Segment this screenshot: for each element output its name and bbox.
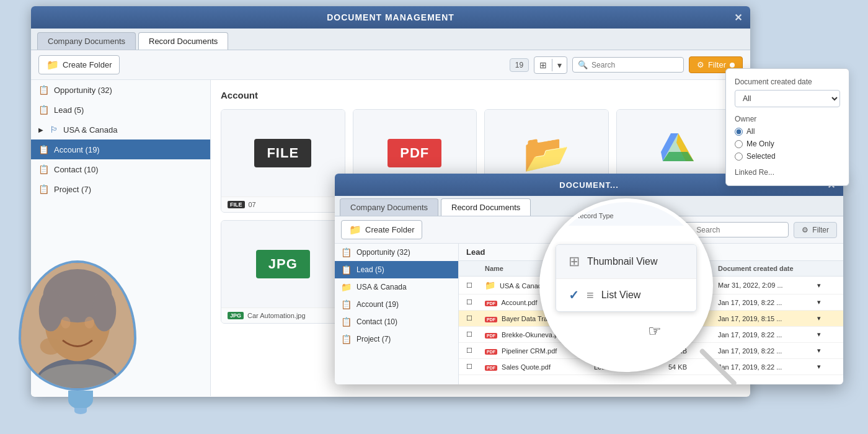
- file-card-preview-jpg: JPG: [221, 221, 345, 308]
- svg-point-12: [40, 338, 61, 355]
- filter-date-select[interactable]: All Today Last 7 Days Last 30 Days: [735, 90, 840, 107]
- row-folder-icon: 📁: [485, 280, 495, 290]
- main-titlebar: DOCUMENT MANAGEMENT ✕: [31, 6, 750, 29]
- second-tab-record[interactable]: Record Documents: [441, 198, 531, 216]
- lead-icon: 📋: [38, 105, 49, 115]
- s2-project-label: Project (7): [356, 335, 391, 343]
- file-card-file[interactable]: FILE FILE 07: [221, 109, 345, 213]
- view-dropdown: ⊞ Thumbnail View ✓ ≡ List View: [556, 244, 697, 312]
- s2-account-label: Account (19): [356, 300, 399, 309]
- sidebar-item-project[interactable]: 📋 Project (7): [31, 179, 210, 199]
- sidebar-item-lead[interactable]: 📋 Lead (5): [31, 100, 210, 120]
- s2-opportunity-icon: 📋: [341, 247, 352, 257]
- magnifier-circle: Linked Record Type ⊞ Thumbnail View ✓ ≡ …: [539, 198, 713, 372]
- tab-company-documents[interactable]: Company Documents: [37, 32, 136, 50]
- row-checkbox[interactable]: ☐: [466, 281, 485, 290]
- second-filter-icon: ⚙: [802, 226, 808, 234]
- filter-radio-me[interactable]: Me Only: [735, 140, 840, 148]
- thumbnail-grid-icon: ⊞: [569, 254, 580, 270]
- row-pdf-icon: PDF: [485, 301, 497, 306]
- file-name-jpg: Car Automation.jpg: [247, 312, 306, 319]
- filter-linked-label: Linked Re...: [735, 168, 840, 177]
- second-sidebar-lead[interactable]: 📋 Lead (5): [335, 261, 458, 278]
- second-sidebar-opportunity[interactable]: 📋 Opportunity (32): [335, 244, 458, 261]
- file-type-badge-jpg: JPG: [256, 250, 310, 278]
- folder-create-icon: 📁: [46, 59, 59, 71]
- magnifier-linked-label: Linked Record Type: [553, 212, 614, 219]
- file-card-jpg[interactable]: JPG JPG Car Automation.jpg: [221, 220, 345, 324]
- s2-usa-label: USA & Canada: [356, 283, 407, 291]
- view-dropdown-button[interactable]: ▾: [552, 57, 567, 73]
- list-view-label: List View: [601, 290, 641, 301]
- s2-lead-label: Lead (5): [356, 265, 384, 274]
- svg-point-10: [61, 317, 70, 329]
- s2-account-icon: 📋: [341, 299, 352, 309]
- file-card-footer-jpg: JPG Car Automation.jpg: [221, 308, 345, 323]
- person-pin: [19, 260, 136, 391]
- sidebar-item-usa-canada[interactable]: ▶ 🏳 USA & Canada: [31, 120, 210, 140]
- row-checkbox[interactable]: ☐: [466, 330, 485, 339]
- second-sidebar-usa[interactable]: 📁 USA & Canada: [335, 278, 458, 296]
- sidebar-item-opportunity-label: Opportunity (32): [54, 86, 112, 95]
- svg-point-11: [84, 317, 94, 329]
- main-tabs: Company Documents Record Documents: [31, 29, 750, 50]
- filter-label: Filter: [708, 60, 726, 69]
- filter-radio-selected[interactable]: Selected: [735, 152, 840, 161]
- s2-project-icon: 📋: [341, 334, 352, 344]
- svg-point-8: [39, 290, 63, 332]
- sidebar-item-contact[interactable]: 📋 Contact (10): [31, 159, 210, 179]
- row-actions[interactable]: ▾: [817, 363, 836, 371]
- second-sidebar-account[interactable]: 📋 Account (19): [335, 296, 458, 313]
- create-folder-button[interactable]: 📁 Create Folder: [38, 55, 120, 74]
- row-pdf-icon: PDF: [485, 317, 497, 322]
- sidebar-item-project-label: Project (7): [54, 185, 91, 194]
- row-actions[interactable]: ▾: [817, 330, 836, 339]
- main-close-button[interactable]: ✕: [734, 12, 743, 24]
- second-create-folder-button[interactable]: 📁 Create Folder: [341, 220, 422, 239]
- thumbnail-view-option[interactable]: ⊞ Thumbnail View: [556, 245, 696, 279]
- sidebar-item-opportunity[interactable]: 📋 Opportunity (32): [31, 80, 210, 100]
- sidebar-item-account[interactable]: 📋 Account (19): [31, 140, 210, 159]
- main-search-bar[interactable]: 🔍: [572, 57, 684, 73]
- sidebar-item-account-label: Account (19): [54, 145, 100, 154]
- row-checkbox[interactable]: ☐: [466, 298, 485, 306]
- folder-big-icon: 📂: [523, 131, 570, 175]
- filter-radio-all[interactable]: All: [735, 127, 840, 136]
- file-card-footer-file: FILE 07: [221, 197, 345, 212]
- list-col-checkbox: [466, 265, 485, 272]
- file-card-preview-file: FILE: [221, 110, 345, 197]
- row-pdf-icon: PDF: [485, 349, 497, 355]
- row-actions[interactable]: ▾: [817, 314, 836, 322]
- row-actions[interactable]: ▾: [817, 347, 836, 355]
- footer-type-jpg: JPG: [228, 312, 244, 319]
- filter-owner-radio-group: All Me Only Selected: [735, 127, 840, 161]
- list-view-option[interactable]: ✓ ≡ List View: [556, 279, 696, 311]
- row-actions[interactable]: ▾: [817, 298, 836, 306]
- list-header-label: Lead: [466, 247, 485, 257]
- file-count-badge: 19: [510, 58, 529, 72]
- svg-point-9: [92, 290, 116, 332]
- row-checkbox[interactable]: ☐: [466, 347, 485, 355]
- filter-dropdown-panel: Document created date All Today Last 7 D…: [725, 68, 849, 186]
- magnifier-content: Linked Record Type ⊞ Thumbnail View ✓ ≡ …: [543, 202, 709, 368]
- second-create-folder-label: Create Folder: [365, 225, 414, 234]
- second-sidebar-project[interactable]: 📋 Project (7): [335, 330, 458, 348]
- tab-record-documents[interactable]: Record Documents: [138, 32, 228, 50]
- file-type-badge-pdf: PDF: [388, 139, 441, 167]
- s2-contact-icon: 📋: [341, 317, 352, 327]
- s2-contact-label: Contact (10): [356, 317, 397, 326]
- usa-flag-icon: 🏳: [50, 125, 58, 135]
- second-tab-company[interactable]: Company Documents: [340, 198, 438, 216]
- row-actions[interactable]: ▾: [817, 281, 836, 290]
- toolbar-right: 19 ⊞ ▾ 🔍 ⚙ Filter: [510, 56, 743, 74]
- grid-view-button[interactable]: ⊞: [534, 57, 552, 73]
- thumbnail-view-label: Thumbnail View: [587, 256, 658, 267]
- row-checkbox[interactable]: ☐: [466, 314, 485, 322]
- list-view-list-icon: ≡: [587, 288, 594, 303]
- second-filter-button[interactable]: ⚙ Filter: [794, 222, 837, 238]
- filter-icon: ⚙: [697, 60, 704, 69]
- second-sidebar-contact[interactable]: 📋 Contact (10): [335, 313, 458, 330]
- search-input[interactable]: [591, 61, 678, 69]
- row-checkbox[interactable]: ☐: [466, 363, 485, 371]
- second-filter-label: Filter: [812, 226, 829, 234]
